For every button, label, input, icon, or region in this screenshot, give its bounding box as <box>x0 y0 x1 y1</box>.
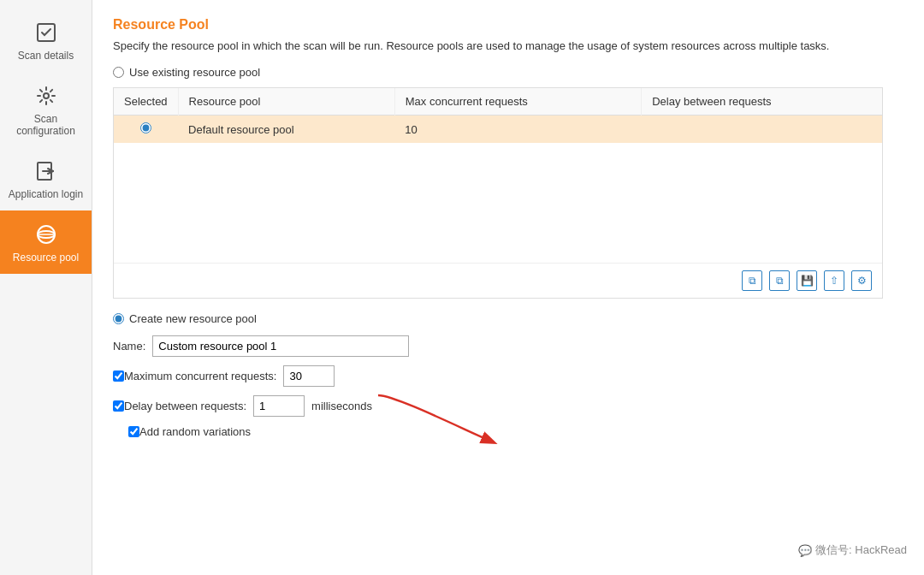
annotation-arrow <box>327 387 515 455</box>
row-radio[interactable] <box>140 122 151 133</box>
sidebar-item-resource-pool-label: Resource pool <box>13 252 79 264</box>
sidebar-item-resource-pool[interactable]: Resource pool <box>0 210 92 274</box>
name-input[interactable] <box>152 335 409 357</box>
new-pool-form: Name: Maximum concurrent requests: Delay… <box>113 335 626 438</box>
max-concurrent-row: Maximum concurrent requests: <box>113 365 626 387</box>
save-icon[interactable]: 💾 <box>797 270 817 291</box>
col-selected: Selected <box>114 88 178 116</box>
create-new-option[interactable]: Create new resource pool <box>113 312 903 325</box>
sidebar-item-scan-details[interactable]: Scan details <box>0 9 92 72</box>
max-concurrent-checkbox[interactable] <box>113 370 124 382</box>
delay-row: Delay between requests: milliseconds <box>113 395 626 417</box>
expand-icon[interactable]: ⧉ <box>769 270 790 291</box>
name-field-label: Name: <box>113 340 145 353</box>
sidebar-item-application-login-label: Application login <box>9 188 83 200</box>
delay-checkbox[interactable] <box>113 400 124 412</box>
resource-pool-table: Selected Resource pool Max concurrent re… <box>114 88 882 263</box>
copy-icon[interactable]: ⧉ <box>742 270 762 291</box>
resource-pool-icon <box>33 221 60 248</box>
sidebar-item-application-login[interactable]: Application login <box>0 147 92 210</box>
create-new-radio[interactable] <box>113 313 124 324</box>
scan-details-icon <box>33 19 60 46</box>
svg-point-1 <box>44 93 49 98</box>
sidebar: Scan details Scan configuration Applicat… <box>0 0 92 575</box>
use-existing-option[interactable]: Use existing resource pool <box>113 66 903 79</box>
sidebar-item-scan-configuration-label: Scan configuration <box>7 113 85 137</box>
create-new-label: Create new resource pool <box>129 312 257 325</box>
table-toolbar: ⧉ ⧉ 💾 ⇧ ⚙ <box>114 263 882 298</box>
row-pool-name: Default resource pool <box>178 116 394 144</box>
row-delay <box>642 116 882 144</box>
delay-input[interactable] <box>253 395 305 417</box>
sidebar-item-scan-details-label: Scan details <box>18 50 74 62</box>
random-variations-checkbox[interactable] <box>128 426 139 437</box>
scan-configuration-icon <box>33 82 60 110</box>
row-max-concurrent: 10 <box>394 116 641 144</box>
max-concurrent-label: Maximum concurrent requests: <box>124 370 276 382</box>
watermark: 💬 微信号: HackRead <box>798 542 907 558</box>
table-row[interactable]: Default resource pool 10 <box>114 116 882 144</box>
page-description: Specify the resource pool in which the s… <box>113 39 849 52</box>
watermark-text: 微信号: HackRead <box>815 542 907 558</box>
settings-icon[interactable]: ⚙ <box>851 270 872 291</box>
random-variations-label: Add random variations <box>139 425 251 438</box>
resource-pool-table-container: Selected Resource pool Max concurrent re… <box>113 87 883 299</box>
name-row: Name: <box>113 335 626 357</box>
watermark-icon: 💬 <box>798 544 812 557</box>
sidebar-item-scan-configuration[interactable]: Scan configuration <box>0 72 92 147</box>
col-max-concurrent: Max concurrent requests <box>394 88 641 116</box>
col-resource-pool: Resource pool <box>178 88 394 116</box>
use-existing-radio[interactable] <box>113 67 124 78</box>
use-existing-label: Use existing resource pool <box>129 66 260 79</box>
max-concurrent-input[interactable] <box>283 365 335 387</box>
delay-label: Delay between requests: <box>124 400 246 412</box>
main-content: Resource Pool Specify the resource pool … <box>92 0 924 575</box>
col-delay: Delay between requests <box>642 88 882 116</box>
export-icon[interactable]: ⇧ <box>824 270 844 291</box>
row-selected-cell[interactable] <box>114 116 178 144</box>
application-login-icon <box>33 157 60 185</box>
page-title: Resource Pool <box>113 17 903 33</box>
